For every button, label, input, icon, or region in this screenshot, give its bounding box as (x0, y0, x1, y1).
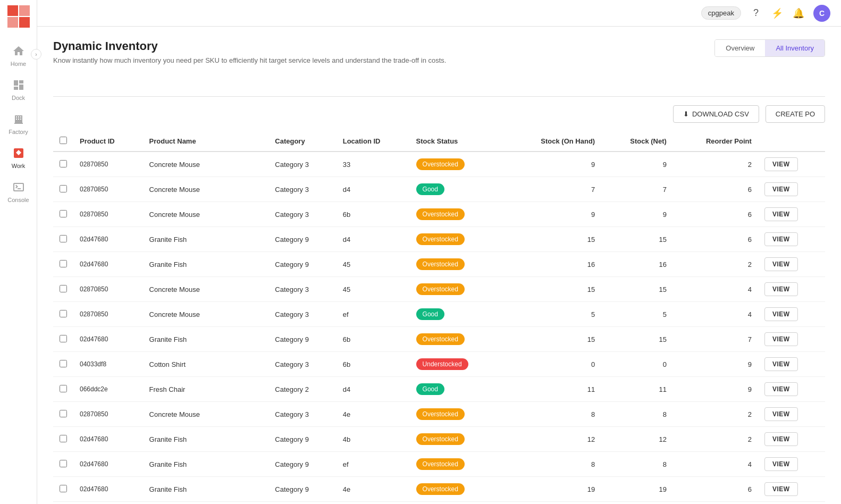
view-button-8[interactable]: VIEW (764, 357, 798, 371)
cell-stock-status-14: Good (410, 502, 504, 505)
view-button-9[interactable]: VIEW (764, 382, 798, 396)
bell-icon[interactable]: 🔔 (792, 7, 805, 20)
cell-stock-hand-13: 19 (504, 477, 601, 502)
cell-stock-status-2: Overstocked (410, 202, 504, 227)
cell-stock-status-3: Overstocked (410, 227, 504, 252)
sidebar-item-console[interactable]: Console (0, 174, 37, 208)
cell-stock-status-10: Overstocked (410, 402, 504, 427)
cell-view-10: VIEW (758, 402, 825, 427)
cell-stock-status-1: Good (410, 177, 504, 202)
cell-stock-hand-12: 8 (504, 452, 601, 477)
row-checkbox-1[interactable] (60, 185, 67, 192)
view-button-7[interactable]: VIEW (764, 332, 798, 346)
sidebar-item-dock-label: Dock (12, 95, 25, 101)
sidebar-collapse-button[interactable]: › (31, 49, 41, 60)
sidebar-item-factory[interactable]: Factory (0, 106, 37, 140)
page-subtitle: Know instantly how much inventory you ne… (53, 56, 825, 64)
row-checkbox-5[interactable] (60, 285, 67, 292)
status-badge-10: Overstocked (416, 408, 465, 420)
view-button-5[interactable]: VIEW (764, 282, 798, 296)
home-icon (11, 44, 26, 58)
cell-category-7: Category 9 (268, 327, 336, 352)
cell-location-3: d4 (337, 227, 410, 252)
user-pill[interactable]: cpgpeak (701, 6, 741, 20)
cell-stock-hand-10: 8 (504, 402, 601, 427)
col-header-product-name: Product Name (143, 131, 269, 152)
cell-stock-net-3: 15 (601, 227, 673, 252)
cell-stock-net-14: 152 (601, 502, 673, 505)
cell-reorder-12: 4 (673, 452, 758, 477)
main-content: cpgpeak ? ⚡ 🔔 C Dynamic Inventory Know i… (37, 0, 841, 504)
cell-reorder-0: 2 (673, 152, 758, 177)
cell-stock-net-12: 8 (601, 452, 673, 477)
cell-product-id-4: 02d47680 (73, 252, 143, 277)
view-button-11[interactable]: VIEW (764, 432, 798, 446)
row-checkbox-0[interactable] (60, 160, 67, 167)
sidebar-item-dock[interactable]: Dock (0, 72, 37, 106)
view-button-6[interactable]: VIEW (764, 307, 798, 321)
avatar[interactable]: C (813, 5, 830, 22)
tab-overview[interactable]: Overview (715, 40, 765, 56)
cell-view-4: VIEW (758, 252, 825, 277)
col-header-stock-net: Stock (Net) (601, 131, 673, 152)
table-row: 066ddc2e Fresh Chair Category 2 d4 Good … (53, 377, 825, 402)
table-row: 02d47680 Granite Fish Category 9 ef Over… (53, 452, 825, 477)
cell-category-14: Category 1 (268, 502, 336, 505)
table-row: 0f81f8a6 Licensed Granite Bacon Category… (53, 502, 825, 505)
view-button-4[interactable]: VIEW (764, 257, 798, 271)
row-checkbox-8[interactable] (60, 360, 67, 367)
cell-category-1: Category 3 (268, 177, 336, 202)
cell-location-7: 6b (337, 327, 410, 352)
row-checkbox-4[interactable] (60, 260, 67, 267)
cell-category-2: Category 3 (268, 202, 336, 227)
view-button-12[interactable]: VIEW (764, 457, 798, 471)
view-button-10[interactable]: VIEW (764, 407, 798, 421)
cell-view-1: VIEW (758, 177, 825, 202)
create-po-button[interactable]: CREATE PO (766, 105, 825, 123)
view-button-13[interactable]: VIEW (764, 482, 798, 496)
row-checkbox-3[interactable] (60, 235, 67, 242)
cell-location-11: 4b (337, 427, 410, 452)
cell-stock-hand-2: 9 (504, 202, 601, 227)
lightning-icon[interactable]: ⚡ (771, 7, 784, 20)
help-icon[interactable]: ? (750, 7, 762, 20)
download-csv-button[interactable]: ⬇ DOWNLOAD CSV (673, 105, 759, 123)
row-checkbox-12[interactable] (60, 460, 67, 467)
cell-reorder-1: 6 (673, 177, 758, 202)
sidebar-item-work[interactable]: Work (0, 140, 37, 174)
cell-stock-net-0: 9 (601, 152, 673, 177)
cell-reorder-7: 7 (673, 327, 758, 352)
table-row: 02d47680 Granite Fish Category 9 45 Over… (53, 252, 825, 277)
row-checkbox-6[interactable] (60, 310, 67, 317)
view-button-1[interactable]: VIEW (764, 182, 798, 196)
cell-view-7: VIEW (758, 327, 825, 352)
cell-stock-net-13: 19 (601, 477, 673, 502)
table-row: 02d47680 Granite Fish Category 9 4e Over… (53, 477, 825, 502)
cell-stock-status-7: Overstocked (410, 327, 504, 352)
cell-stock-net-10: 8 (601, 402, 673, 427)
svg-rect-0 (7, 5, 18, 16)
row-checkbox-7[interactable] (60, 335, 67, 342)
col-header-stock-hand: Stock (On Hand) (504, 131, 601, 152)
row-checkbox-11[interactable] (60, 435, 67, 442)
app-logo[interactable] (7, 5, 30, 28)
status-badge-5: Overstocked (416, 283, 465, 295)
row-checkbox-2[interactable] (60, 210, 67, 217)
row-checkbox-13[interactable] (60, 485, 67, 492)
cell-product-id-7: 02d47680 (73, 327, 143, 352)
cell-product-name-2: Concrete Mouse (143, 202, 269, 227)
view-button-0[interactable]: VIEW (764, 157, 798, 171)
select-all-checkbox[interactable] (60, 137, 67, 144)
cell-category-10: Category 3 (268, 402, 336, 427)
view-button-2[interactable]: VIEW (764, 207, 798, 221)
cell-stock-status-5: Overstocked (410, 277, 504, 302)
status-badge-13: Overstocked (416, 483, 465, 495)
col-header-category: Category (268, 131, 336, 152)
row-checkbox-10[interactable] (60, 410, 67, 417)
cell-product-id-1: 02870850 (73, 177, 143, 202)
view-button-3[interactable]: VIEW (764, 232, 798, 246)
cell-category-8: Category 3 (268, 352, 336, 377)
col-header-view (758, 131, 825, 152)
row-checkbox-9[interactable] (60, 385, 67, 392)
tab-all-inventory[interactable]: All Inventory (765, 40, 825, 56)
